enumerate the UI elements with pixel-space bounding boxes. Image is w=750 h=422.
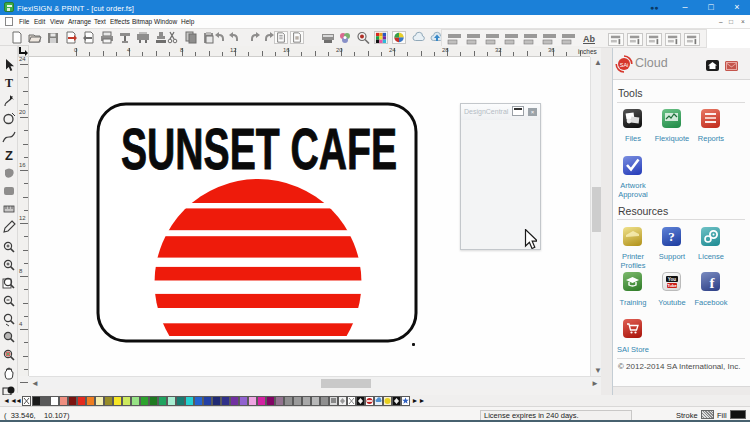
svg-text:Tube: Tube xyxy=(667,283,677,288)
svg-text:Z: Z xyxy=(5,148,13,162)
svg-text:SUNSET CAFE: SUNSET CAFE xyxy=(121,118,397,181)
svg-text:T: T xyxy=(5,76,13,90)
svg-text:SAi: SAi xyxy=(620,62,629,68)
svg-text:You: You xyxy=(668,277,677,282)
svg-text:?: ? xyxy=(668,229,675,244)
svg-text:f: f xyxy=(710,275,716,291)
